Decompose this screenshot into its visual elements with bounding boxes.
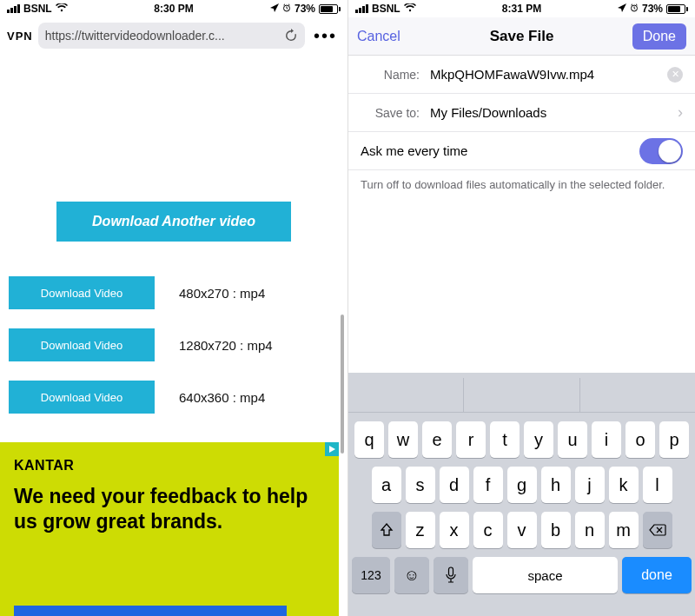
- saveto-value: My Files/Downloads: [430, 105, 672, 120]
- download-another-button[interactable]: Download Another video: [56, 202, 291, 242]
- key-g[interactable]: g: [507, 467, 537, 503]
- key-m[interactable]: m: [609, 512, 639, 548]
- suggestion[interactable]: [464, 378, 579, 412]
- key-p[interactable]: p: [659, 421, 689, 458]
- key-w[interactable]: w: [388, 421, 418, 458]
- vpn-badge[interactable]: VPN: [7, 30, 33, 43]
- key-s[interactable]: s: [406, 467, 435, 503]
- nav-title: Save File: [490, 28, 554, 45]
- key-v[interactable]: v: [507, 512, 537, 548]
- browser-toolbar: VPN https://twittervideodownloader.c... …: [0, 17, 348, 54]
- carrier-label: BSNL: [23, 3, 52, 15]
- suggestion-bar: [348, 378, 695, 413]
- screen-save-file: BSNL 8:31 PM 73% Cancel Save File Done N…: [348, 0, 695, 616]
- resolution-label: 480x270 : mp4: [179, 286, 265, 301]
- signal-icon: [7, 4, 20, 13]
- signal-icon: [355, 4, 368, 13]
- download-video-button[interactable]: Download Video: [9, 328, 155, 361]
- download-option: Download Video 640x360 : mp4: [0, 381, 348, 414]
- address-bar[interactable]: https://twittervideodownloader.c...: [38, 23, 305, 49]
- download-video-button[interactable]: Download Video: [9, 276, 155, 309]
- key-d[interactable]: d: [440, 467, 469, 503]
- keyboard: q w e r t y u i o p a s d f g h j k l: [348, 373, 695, 616]
- resolution-label: 640x360 : mp4: [179, 390, 265, 405]
- keyboard-row: z x c v b n m: [352, 512, 692, 548]
- key-n[interactable]: n: [575, 512, 605, 548]
- location-icon: [270, 3, 279, 15]
- download-option: Download Video 1280x720 : mp4: [0, 328, 348, 361]
- carrier-label: BSNL: [372, 3, 400, 15]
- scrollbar[interactable]: [341, 315, 344, 454]
- key-r[interactable]: r: [456, 421, 486, 458]
- key-o[interactable]: o: [626, 421, 655, 458]
- backspace-key[interactable]: [643, 512, 672, 548]
- wifi-icon: [56, 3, 68, 15]
- ask-every-time-row: Ask me every time: [348, 132, 695, 170]
- key-j[interactable]: j: [575, 467, 605, 503]
- keyboard-row: a s d f g h j k l: [352, 467, 692, 503]
- ask-toggle[interactable]: [639, 138, 683, 164]
- ad-cta-bar: [14, 606, 287, 616]
- wifi-icon: [404, 3, 416, 15]
- adchoices-icon[interactable]: [325, 442, 339, 456]
- download-option: Download Video 480x270 : mp4: [0, 276, 348, 309]
- clock: 8:30 PM: [154, 3, 193, 15]
- key-e[interactable]: e: [422, 421, 452, 458]
- more-button[interactable]: •••: [310, 26, 341, 46]
- key-z[interactable]: z: [406, 512, 435, 548]
- ad-banner[interactable]: KANTAR We need your feedback to help us …: [0, 442, 339, 616]
- shift-key[interactable]: [372, 512, 401, 548]
- key-u[interactable]: u: [558, 421, 587, 458]
- key-b[interactable]: b: [541, 512, 571, 548]
- key-h[interactable]: h: [541, 467, 571, 503]
- keyboard-row: 123 ☺ space done: [352, 557, 692, 593]
- chevron-right-icon: ›: [672, 103, 683, 122]
- page-content: Download Another video Download Video 48…: [0, 54, 348, 616]
- suggestion[interactable]: [348, 378, 464, 412]
- status-bar: BSNL 8:31 PM 73%: [348, 0, 695, 17]
- ask-hint: Turn off to download files automatically…: [348, 170, 695, 193]
- alarm-icon: [630, 3, 639, 15]
- refresh-icon[interactable]: [284, 29, 298, 43]
- cancel-button[interactable]: Cancel: [357, 29, 400, 44]
- key-y[interactable]: y: [524, 421, 553, 458]
- numbers-key[interactable]: 123: [352, 557, 390, 593]
- keyboard-done-key[interactable]: done: [622, 557, 692, 593]
- clock: 8:31 PM: [502, 3, 541, 15]
- clear-icon[interactable]: ✕: [667, 67, 683, 83]
- keyboard-row: q w e r t y u i o p: [352, 421, 692, 458]
- battery-percent: 73%: [295, 3, 315, 15]
- resolution-label: 1280x720 : mp4: [179, 338, 273, 353]
- key-c[interactable]: c: [473, 512, 503, 548]
- key-a[interactable]: a: [372, 467, 401, 503]
- filename-row: Name: MkpQHOMFawaW9Ivw.mp4 ✕: [348, 56, 695, 94]
- key-f[interactable]: f: [473, 467, 503, 503]
- space-key[interactable]: space: [473, 557, 618, 593]
- status-bar: BSNL 8:30 PM 73%: [0, 0, 348, 17]
- saveto-row[interactable]: Save to: My Files/Downloads ›: [348, 94, 695, 132]
- key-x[interactable]: x: [440, 512, 469, 548]
- key-k[interactable]: k: [609, 467, 639, 503]
- suggestion[interactable]: [580, 378, 695, 412]
- save-file-form: Name: MkpQHOMFawaW9Ivw.mp4 ✕ Save to: My…: [348, 56, 695, 193]
- download-video-button[interactable]: Download Video: [9, 381, 155, 414]
- url-text: https://twittervideodownloader.c...: [45, 29, 225, 43]
- saveto-label: Save to:: [361, 106, 420, 120]
- battery-percent: 73%: [642, 3, 663, 15]
- alarm-icon: [282, 3, 291, 15]
- screen-browser: BSNL 8:30 PM 73% VPN https://twittervide…: [0, 0, 348, 616]
- location-icon: [618, 3, 626, 15]
- emoji-key[interactable]: ☺: [394, 557, 429, 593]
- done-button[interactable]: Done: [632, 23, 686, 50]
- key-l[interactable]: l: [643, 467, 672, 503]
- filename-input[interactable]: MkpQHOMFawaW9Ivw.mp4: [430, 67, 667, 82]
- battery-icon: [319, 4, 341, 14]
- svg-rect-2: [449, 567, 453, 576]
- key-i[interactable]: i: [592, 421, 621, 458]
- name-label: Name:: [361, 68, 420, 82]
- nav-bar: Cancel Save File Done: [348, 17, 695, 56]
- key-t[interactable]: t: [490, 421, 520, 458]
- ad-copy: We need your feedback to help us grow gr…: [14, 484, 325, 534]
- key-q[interactable]: q: [354, 421, 384, 458]
- mic-key[interactable]: [434, 557, 468, 593]
